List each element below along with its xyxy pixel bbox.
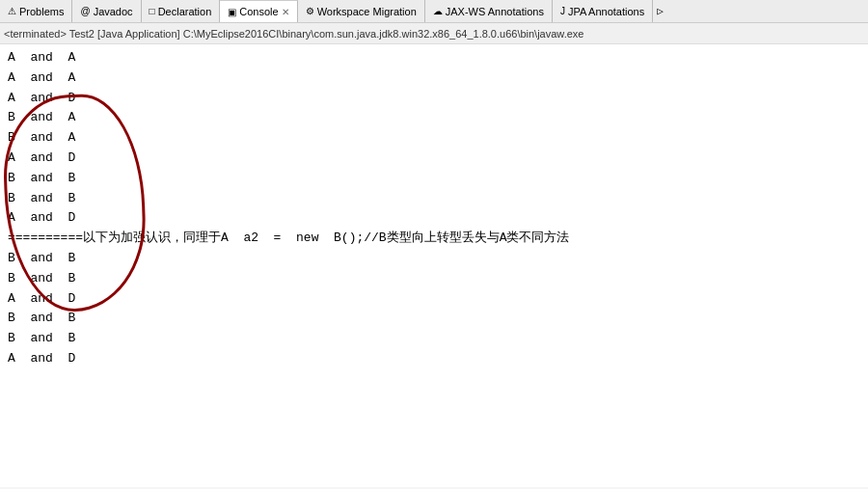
- list-item: A and A: [8, 48, 860, 68]
- tab-workspace-label: Workspace Migration: [317, 6, 417, 17]
- tab-console[interactable]: ▣ Console ✕: [220, 0, 297, 22]
- list-item: A and D: [8, 149, 860, 169]
- list-item: B and B: [8, 309, 860, 329]
- list-item: A and D: [8, 89, 860, 109]
- list-item: B and B: [8, 329, 860, 349]
- list-item: A and A: [8, 68, 860, 89]
- tab-javadoc-label: Javadoc: [94, 6, 133, 17]
- declaration-icon: □: [149, 6, 155, 16]
- list-item: B and B: [8, 269, 860, 289]
- tab-problems-label: Problems: [19, 6, 64, 17]
- workspace-icon: ⚙: [306, 6, 314, 16]
- javadoc-icon: @: [80, 6, 90, 16]
- list-item: B and A: [8, 108, 860, 128]
- console-icon: ▣: [228, 7, 236, 17]
- tab-declaration-label: Declaration: [158, 6, 212, 17]
- console-lines-second: B and BB and BA and DB and BB and BA and…: [8, 249, 860, 369]
- list-item: B and B: [8, 169, 860, 189]
- tab-console-label: Console: [239, 6, 278, 17]
- console-lines-first: A and AA and AA and DB and AB and AA and…: [8, 48, 860, 229]
- jaxws-icon: ☁: [433, 6, 443, 16]
- jpa-icon: J: [560, 6, 565, 16]
- problems-icon: ⚠: [8, 6, 16, 16]
- console-close-icon[interactable]: ✕: [282, 7, 289, 17]
- list-item: B and B: [8, 189, 860, 209]
- tab-jaxws-label: JAX-WS Annotations: [446, 6, 544, 17]
- process-bar-text: <terminated> Test2 [Java Application] C:…: [4, 28, 584, 40]
- list-item: A and D: [8, 208, 860, 229]
- tab-jaxws[interactable]: ☁ JAX-WS Annotations: [425, 0, 553, 22]
- tab-overflow-button[interactable]: ▷: [653, 3, 667, 19]
- list-item: B and A: [8, 128, 860, 149]
- tab-problems[interactable]: ⚠ Problems: [0, 0, 72, 22]
- list-item: A and D: [8, 349, 860, 369]
- tab-workspace[interactable]: ⚙ Workspace Migration: [298, 0, 425, 22]
- tab-javadoc[interactable]: @ Javadoc: [72, 0, 141, 22]
- tab-bar: ⚠ Problems @ Javadoc □ Declaration ▣ Con…: [0, 0, 868, 23]
- console-content: A and AA and AA and DB and AB and AA and…: [0, 44, 868, 487]
- tab-declaration[interactable]: □ Declaration: [142, 0, 221, 22]
- separator-line: ==========以下为加强认识，同理于A a2 = new B();//B类…: [8, 229, 860, 249]
- tab-jpa[interactable]: J JPA Annotations: [553, 0, 653, 22]
- list-item: B and B: [8, 249, 860, 269]
- list-item: A and D: [8, 289, 860, 310]
- tab-jpa-label: JPA Annotations: [568, 6, 644, 17]
- process-bar: <terminated> Test2 [Java Application] C:…: [0, 23, 868, 44]
